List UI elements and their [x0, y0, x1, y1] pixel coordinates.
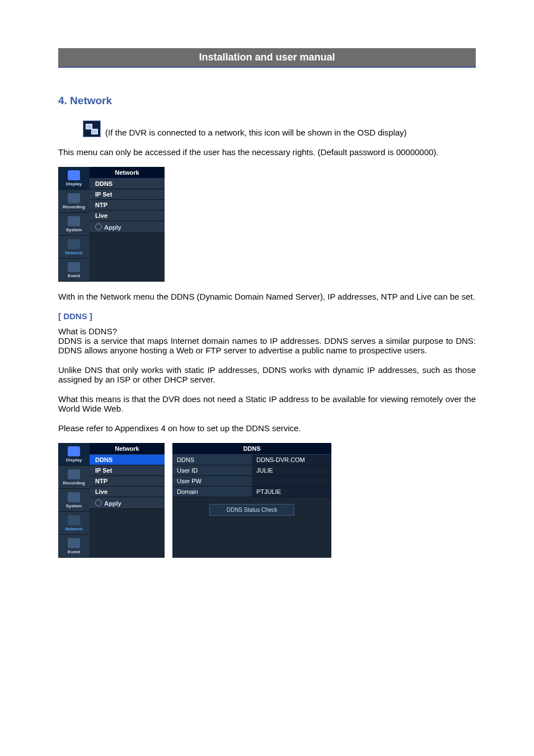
menu-item-ntp: NTP [90, 200, 165, 211]
menu-header: Network [90, 167, 165, 179]
sidebar-item-event: Event [58, 535, 90, 558]
menu-item-live: Live [90, 487, 165, 497]
menu-item-ipset: IP Set [90, 465, 165, 476]
network-menu-screenshot: Display Recording System Network Event N… [58, 167, 165, 282]
menu-item-ipset: IP Set [90, 189, 165, 200]
sidebar-item-network: Network [58, 512, 90, 535]
menu-item-ddns-selected: DDNS [90, 455, 165, 465]
userid-field-label: User ID [172, 465, 252, 475]
domain-field-label: Domain [172, 487, 252, 497]
sidebar-item-display: Display [58, 167, 90, 190]
subheading-ddns: [ DDNS ] [58, 311, 476, 321]
menu-item-ntp: NTP [90, 476, 165, 487]
ddns-pane-header: DDNS [172, 443, 331, 455]
domain-field-value: PTJULIE [252, 487, 331, 497]
menu-item-live: Live [90, 211, 165, 221]
menu-item-apply: Apply [90, 221, 165, 233]
sidebar-item-system: System [58, 489, 90, 512]
paragraph-dns-vs-ddns: Unlike DNS that only works with static I… [58, 365, 476, 384]
menu-item-apply: Apply [90, 497, 165, 509]
sidebar-item-recording: Recording [58, 190, 90, 213]
paragraph-dvr-remote: What this means is that the DVR does not… [58, 394, 476, 413]
userpw-field-label: User PW [172, 476, 252, 486]
section-heading: 4. Network [58, 95, 476, 107]
sidebar-item-recording: Recording [58, 466, 90, 489]
title-bar: Installation and user manual [58, 48, 476, 68]
paragraph-menu-desc: With in the Network menu the DDNS (Dynam… [58, 292, 476, 301]
ddns-config-screenshot: Display Recording System Network Event N… [58, 443, 476, 558]
icon-caption: (If the DVR is connected to a network, t… [105, 128, 407, 137]
ddns-field-value: DDNS-DVR.COM [252, 455, 331, 465]
ddns-field-label: DDNS [172, 455, 252, 465]
menu-header: Network [90, 443, 165, 455]
ddns-settings-pane: DDNS DDNSDDNS-DVR.COM User IDJULIE User … [172, 443, 331, 558]
paragraph-appendix-ref: Please refer to Appendixes 4 on how to s… [58, 423, 476, 433]
refresh-icon [95, 500, 102, 506]
sidebar-item-network: Network [58, 236, 90, 259]
paragraph-what-is-ddns-a: DDNS is a service that maps Internet dom… [58, 336, 476, 355]
network-status-icon [83, 120, 101, 137]
sidebar-item-system: System [58, 213, 90, 236]
ddns-status-check-button: DDNS Status Check [209, 504, 294, 516]
userid-field-value: JULIE [252, 465, 331, 475]
sidebar-item-event: Event [58, 259, 90, 282]
paragraph-access: This menu can only be accessed if the us… [58, 147, 476, 157]
sidebar-item-display: Display [58, 443, 90, 466]
paragraph-what-is-ddns-q: What is DDNS? [58, 326, 476, 336]
menu-item-ddns: DDNS [90, 179, 165, 189]
userpw-field-value [252, 476, 331, 486]
refresh-icon [95, 223, 102, 230]
